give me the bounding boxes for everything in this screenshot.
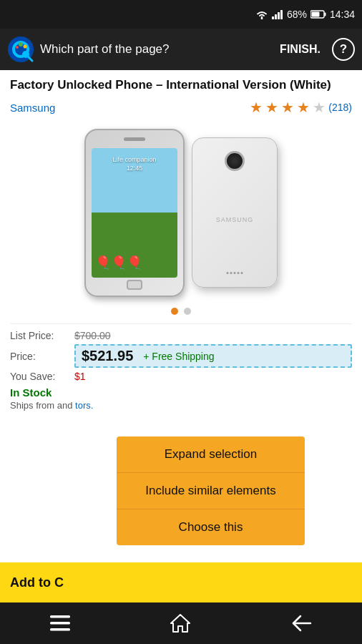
star-2: ★ [265, 99, 278, 116]
battery-icon [310, 10, 326, 19]
svg-point-11 [19, 42, 23, 47]
svg-rect-6 [311, 12, 319, 17]
status-bar: 68% 14:34 [0, 0, 362, 29]
svg-rect-2 [278, 12, 280, 19]
home-nav-button[interactable] [170, 613, 191, 633]
choose-this-button[interactable]: Choose this [117, 509, 305, 545]
product-meta: Samsung ★ ★ ★ ★ ★ (218) [10, 99, 352, 116]
list-price-row: List Price: $700.00 [10, 330, 352, 341]
back-nav-button[interactable] [290, 615, 312, 632]
in-stock-label: In Stock [10, 386, 352, 399]
svg-rect-0 [272, 16, 274, 19]
price-row: Price: $521.95 + Free Shipping [10, 344, 352, 368]
phone-back-speaker [227, 272, 243, 274]
phone-camera [225, 151, 245, 171]
review-count[interactable]: (218) [328, 102, 352, 113]
context-menu: Expand selection Include similar element… [117, 436, 305, 545]
dot-2[interactable] [184, 308, 191, 315]
list-price-label: List Price: [10, 330, 74, 341]
svg-point-12 [24, 45, 27, 49]
list-price-value: $700.00 [74, 330, 111, 341]
help-button[interactable]: ? [332, 38, 355, 61]
status-icons: 68% 14:34 [255, 9, 355, 20]
app-logo [7, 36, 34, 63]
phone-front-image: Life companion12:45 🎈🎈🎈 [84, 129, 185, 297]
screen-balloons: 🎈🎈🎈 [95, 255, 142, 270]
signal-icon [272, 9, 283, 19]
savings-value: $1 [74, 371, 86, 382]
svg-rect-14 [50, 615, 70, 618]
star-1: ★ [250, 99, 263, 116]
main-price: $521.95 [76, 346, 139, 366]
star-4: ★ [297, 99, 310, 116]
dot-1[interactable] [171, 308, 178, 315]
phone-brand-logo: SAMSUNG [216, 216, 254, 223]
ships-from-text: Ships from and tors. [10, 400, 352, 411]
svg-line-10 [28, 57, 32, 61]
brand-link[interactable]: Samsung [10, 102, 55, 114]
hamburger-icon [50, 615, 70, 631]
wifi-icon [255, 9, 268, 19]
svg-rect-5 [324, 13, 326, 16]
star-3: ★ [281, 99, 294, 116]
svg-rect-15 [50, 622, 70, 625]
battery-percent: 68% [287, 9, 307, 20]
phone-screen: Life companion12:45 🎈🎈🎈 [92, 148, 177, 278]
product-images: Life companion12:45 🎈🎈🎈 SAMSUNG [10, 123, 352, 302]
svg-rect-3 [280, 10, 283, 19]
bottom-navigation [0, 602, 362, 644]
star-rating: ★ ★ ★ ★ ★ (218) [250, 99, 352, 116]
add-to-cart-button[interactable]: Add to C [0, 562, 362, 602]
svg-point-13 [16, 46, 19, 49]
phone-back-image: SAMSUNG [192, 137, 278, 288]
home-icon [170, 613, 191, 633]
price-section: List Price: $700.00 Price: $521.95 + Fre… [10, 323, 352, 411]
menu-nav-button[interactable] [50, 615, 70, 631]
svg-rect-1 [275, 14, 277, 19]
savings-row: You Save: $1 [10, 371, 352, 382]
app-bar-title: Which part of the page? [40, 42, 268, 57]
expand-selection-button[interactable]: Expand selection [117, 436, 305, 472]
product-content: Factory Unlocked Phone – International V… [0, 70, 362, 424]
product-title: Factory Unlocked Phone – International V… [10, 77, 352, 93]
ships-link[interactable]: tors. [75, 400, 93, 411]
include-similar-button[interactable]: Include similar elements [117, 472, 305, 509]
back-icon [290, 615, 312, 632]
price-label: Price: [10, 351, 74, 362]
screen-text: Life companion12:45 [92, 155, 177, 173]
finish-button[interactable]: FINISH. [274, 40, 326, 59]
savings-label: You Save: [10, 371, 74, 382]
price-highlight-box: $521.95 + Free Shipping [74, 344, 352, 368]
image-dots-indicator [10, 308, 352, 315]
time-display: 14:34 [330, 9, 355, 20]
ships-from-label: Ships from and [10, 400, 72, 411]
svg-rect-16 [50, 628, 70, 631]
star-5: ★ [313, 99, 326, 116]
app-bar: Which part of the page? FINISH. ? [0, 29, 362, 70]
phone-home-button [127, 280, 142, 290]
free-shipping-label: + Free Shipping [143, 351, 214, 362]
svg-marker-17 [171, 615, 190, 632]
phone-speaker [124, 137, 145, 141]
